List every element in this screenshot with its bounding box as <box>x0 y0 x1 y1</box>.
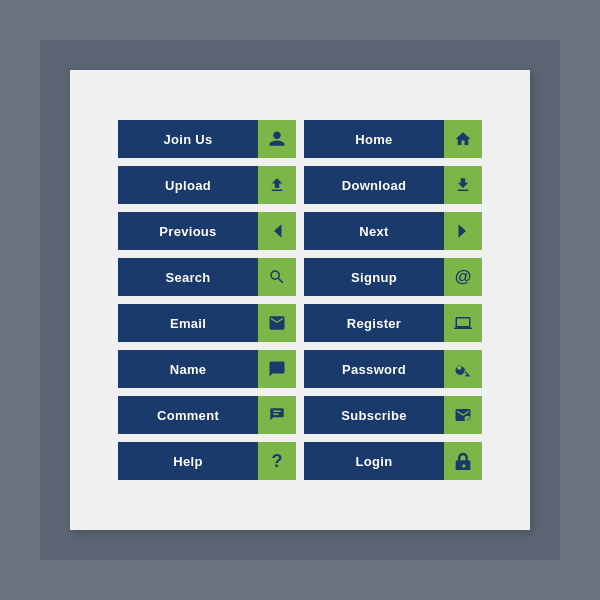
at-icon: @ <box>444 258 482 296</box>
comment-button[interactable]: Comment <box>118 396 296 434</box>
name-button[interactable]: Name <box>118 350 296 388</box>
home-button[interactable]: Home <box>304 120 482 158</box>
password-label: Password <box>304 350 444 388</box>
question-icon: ? <box>258 442 296 480</box>
inner-card: Join Us Home Upload Download <box>70 70 530 530</box>
signup-button[interactable]: Signup @ <box>304 258 482 296</box>
join-us-label: Join Us <box>118 120 258 158</box>
email-icon <box>258 304 296 342</box>
login-button[interactable]: Login <box>304 442 482 480</box>
name-label: Name <box>118 350 258 388</box>
key-icon <box>444 350 482 388</box>
next-label: Next <box>304 212 444 250</box>
chat-icon <box>258 350 296 388</box>
help-label: Help <box>118 442 258 480</box>
note-icon <box>258 396 296 434</box>
svg-text:✓: ✓ <box>466 417 470 422</box>
download-icon <box>444 166 482 204</box>
comment-label: Comment <box>118 396 258 434</box>
previous-label: Previous <box>118 212 258 250</box>
download-button[interactable]: Download <box>304 166 482 204</box>
previous-button[interactable]: Previous <box>118 212 296 250</box>
chevron-left-icon <box>258 212 296 250</box>
subscribe-button[interactable]: Subscribe ✓ <box>304 396 482 434</box>
signup-label: Signup <box>304 258 444 296</box>
search-button[interactable]: Search <box>118 258 296 296</box>
search-label: Search <box>118 258 258 296</box>
home-icon <box>444 120 482 158</box>
upload-icon <box>258 166 296 204</box>
email-label: Email <box>118 304 258 342</box>
upload-button[interactable]: Upload <box>118 166 296 204</box>
upload-label: Upload <box>118 166 258 204</box>
buttons-grid: Join Us Home Upload Download <box>98 100 502 500</box>
outer-frame: Join Us Home Upload Download <box>40 40 560 560</box>
join-us-button[interactable]: Join Us <box>118 120 296 158</box>
register-label: Register <box>304 304 444 342</box>
email-button[interactable]: Email <box>118 304 296 342</box>
home-label: Home <box>304 120 444 158</box>
password-button[interactable]: Password <box>304 350 482 388</box>
search-icon <box>258 258 296 296</box>
next-button[interactable]: Next <box>304 212 482 250</box>
lock-icon <box>444 442 482 480</box>
laptop-icon <box>444 304 482 342</box>
help-button[interactable]: Help ? <box>118 442 296 480</box>
login-label: Login <box>304 442 444 480</box>
register-button[interactable]: Register <box>304 304 482 342</box>
chevron-right-icon <box>444 212 482 250</box>
person-icon <box>258 120 296 158</box>
subscribe-icon: ✓ <box>444 396 482 434</box>
download-label: Download <box>304 166 444 204</box>
subscribe-label: Subscribe <box>304 396 444 434</box>
